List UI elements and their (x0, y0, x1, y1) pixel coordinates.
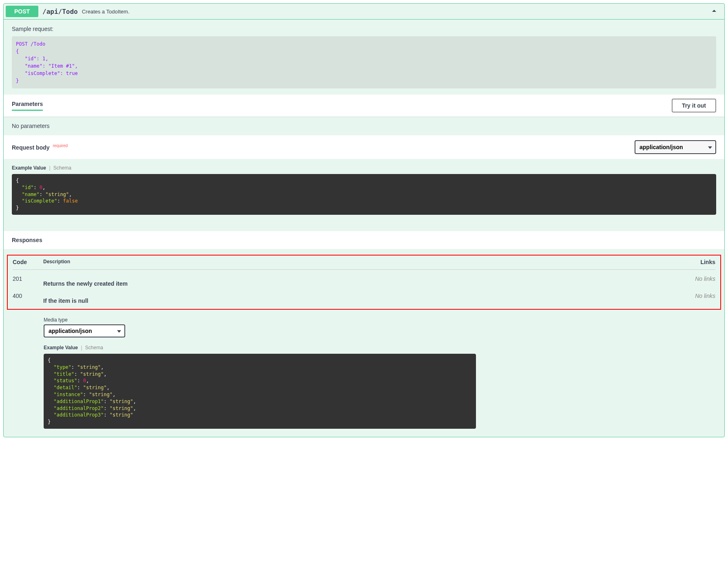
request-body-bar: Request body required application/json (4, 135, 724, 159)
response-body-json[interactable]: { "type": "string", "title": "string", "… (44, 354, 476, 429)
try-it-out-button[interactable]: Try it out (672, 99, 716, 112)
head-links: Links (683, 259, 715, 265)
operation-body: Sample request: POST /Todo { "id": 1, "n… (4, 20, 724, 437)
responses-head-row: Code Description Links (13, 259, 715, 270)
operation-header[interactable]: POST /api/Todo Creates a TodoItem. (4, 4, 724, 20)
body-tabs: Example Value | Schema (12, 165, 716, 171)
media-type-label: Media type (44, 317, 716, 323)
tab-schema[interactable]: Schema (53, 165, 71, 171)
sample-request-code: POST /Todo { "id": 1, "name": "Item #1",… (12, 36, 716, 88)
response-row: 400 If the item is null No links (13, 287, 715, 304)
response-desc: If the item is null (43, 293, 683, 304)
response-tabs: Example Value | Schema (44, 345, 716, 350)
parameters-bar: Parameters Try it out (4, 95, 724, 117)
response-code: 400 (13, 293, 43, 299)
chevron-up-icon (710, 7, 718, 16)
endpoint-path: /api/Todo (42, 8, 78, 15)
media-type-select-wrap: application/json (44, 324, 125, 337)
request-body-title-wrap: Request body required (12, 143, 68, 151)
endpoint-summary: Creates a TodoItem. (82, 9, 710, 15)
response-links: No links (683, 275, 715, 282)
parameters-title: Parameters (12, 101, 43, 111)
required-badge: required (53, 143, 68, 148)
request-body-json[interactable]: { "id": 0, "name": "string", "isComplete… (12, 174, 716, 215)
description-section: Sample request: POST /Todo { "id": 1, "n… (4, 20, 724, 95)
response-code: 201 (13, 275, 43, 282)
media-type-section: Media type application/json Example Valu… (4, 313, 724, 437)
head-description: Description (43, 259, 683, 265)
responses-title: Responses (4, 231, 724, 249)
response-desc: Returns the newly created item (43, 275, 683, 287)
request-body-title: Request body (12, 144, 50, 151)
response-links: No links (683, 293, 715, 299)
no-parameters-text: No parameters (4, 117, 724, 135)
sample-request-label: Sample request: (12, 26, 716, 32)
operation-block: POST /api/Todo Creates a TodoItem. Sampl… (3, 3, 725, 437)
content-type-select-wrap: application/json (635, 140, 716, 154)
method-badge: POST (6, 6, 38, 17)
head-code: Code (13, 259, 43, 265)
media-type-select[interactable]: application/json (44, 324, 125, 337)
tab-example-value[interactable]: Example Value (44, 345, 78, 350)
content-type-select[interactable]: application/json (635, 140, 716, 154)
tab-schema[interactable]: Schema (85, 345, 103, 350)
response-row: 201 Returns the newly created item No li… (13, 270, 715, 287)
responses-table-highlighted: Code Description Links 201 Returns the n… (7, 255, 721, 310)
tab-example-value[interactable]: Example Value (12, 165, 46, 171)
request-body-example-section: Example Value | Schema { "id": 0, "name"… (4, 159, 724, 231)
